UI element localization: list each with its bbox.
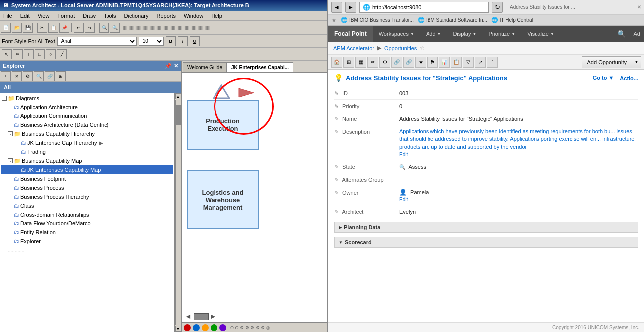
fp-tb-copy[interactable]: 📋 xyxy=(451,57,462,68)
action-link[interactable]: Actio... xyxy=(620,74,638,82)
fp-tb-flag[interactable]: ⚑ xyxy=(427,57,438,68)
tree-app-comm[interactable]: 🗂 Application Communication xyxy=(1,111,173,120)
pin-btn[interactable]: 📌 xyxy=(165,63,172,69)
bold-btn[interactable]: B xyxy=(166,36,176,46)
fp-tb-link2[interactable]: 🔗 xyxy=(403,57,414,68)
line-btn[interactable]: ╱ xyxy=(57,49,67,59)
bookmark-ibm-standard[interactable]: 🌐 IBM Standard Software In... xyxy=(418,17,487,23)
fp-tb-settings[interactable]: ⚙ xyxy=(379,57,390,68)
open-btn[interactable]: 📂 xyxy=(12,23,22,33)
paste-btn[interactable]: 📌 xyxy=(59,23,69,33)
refresh-btn[interactable]: ↻ xyxy=(492,2,503,13)
fp-ad-btn[interactable]: Ad xyxy=(634,31,640,37)
draw-btn[interactable]: ✏ xyxy=(13,49,23,59)
tab-jk-enterprises[interactable]: JK Enterprises Capabi... xyxy=(227,62,293,72)
menu-window[interactable]: Window xyxy=(182,12,205,19)
rect-btn[interactable]: □ xyxy=(35,49,45,59)
explorer-scrollbar[interactable]: ▲ ▼ xyxy=(174,93,181,332)
tree-biz-process-hier[interactable]: 🗂 Business Process Hierarchy xyxy=(1,192,173,201)
menu-file[interactable]: File xyxy=(2,12,14,19)
explorer-expand[interactable]: ⊞ xyxy=(56,71,66,81)
save-btn[interactable]: 💾 xyxy=(23,23,33,33)
font-size-select[interactable]: 10 xyxy=(139,37,164,46)
menu-draw[interactable]: Draw xyxy=(81,12,97,19)
font-family-select[interactable]: Arial xyxy=(57,37,137,46)
underline-btn[interactable]: U xyxy=(190,36,200,46)
tree-data-flow[interactable]: 🗂 Data Flow Yourdon/DeMarco xyxy=(1,219,173,228)
biz-cap-hier-expander[interactable]: - xyxy=(8,131,13,136)
explorer-link[interactable]: 🔗 xyxy=(45,71,55,81)
fp-tb-grid[interactable]: ▦ xyxy=(355,57,366,68)
biz-cap-map-expander[interactable]: - xyxy=(8,158,13,163)
diagrams-expander[interactable]: - xyxy=(2,96,7,101)
nav-visualize[interactable]: Visualize ▼ xyxy=(521,26,560,42)
url-bar[interactable]: 🌐 http://localhost:9080 xyxy=(359,2,489,13)
planning-data-section[interactable]: ▶ Planning Data xyxy=(334,222,638,233)
owner-edit-link[interactable]: Edit xyxy=(399,197,638,202)
tree-class[interactable]: 🗂 Class xyxy=(1,201,173,210)
scroll-down-btn[interactable]: ▼ xyxy=(175,326,181,332)
close-tab-btn[interactable]: ✕ xyxy=(637,4,641,10)
menu-dictionary[interactable]: Dictionary xyxy=(123,12,150,19)
bookmark-it-help[interactable]: 🌐 IT Help Central xyxy=(491,17,533,23)
scroll-up-btn[interactable]: ▲ xyxy=(175,93,181,99)
tree-cross-domain[interactable]: 🗂 Cross-domain Relationships xyxy=(1,210,173,219)
logistics-box[interactable]: Logistics andWarehouseManagement xyxy=(187,170,259,229)
tree-biz-cap-map[interactable]: - 📁 Business Capability Map xyxy=(1,156,173,165)
forward-btn[interactable]: ► xyxy=(345,2,356,13)
nav-workspaces[interactable]: Workspaces ▼ xyxy=(373,26,420,42)
breadcrumb-star-icon[interactable]: ☆ xyxy=(420,45,425,51)
zoom-out-btn[interactable]: 🔍 xyxy=(110,23,120,33)
tab-welcome-guide[interactable]: Welcome Guide xyxy=(183,62,227,72)
fp-tb-link1[interactable]: 🔗 xyxy=(391,57,402,68)
fp-tb-star[interactable]: ★ xyxy=(415,57,426,68)
tree-biz-footprint[interactable]: 🗂 Business Footprint xyxy=(1,174,173,183)
explorer-del[interactable]: ✕ xyxy=(12,71,22,81)
tree-biz-arch[interactable]: 🗂 Business Architecture (Data Centric) xyxy=(1,120,173,129)
explorer-new[interactable]: + xyxy=(1,71,11,81)
fp-search-btn[interactable]: 🔍 xyxy=(612,27,631,41)
fp-tb-export[interactable]: ↗ xyxy=(475,57,486,68)
nav-prioritize[interactable]: Prioritize ▼ xyxy=(482,26,521,42)
fp-tb-filter[interactable]: ▽ xyxy=(463,57,474,68)
nav-display[interactable]: Display ▼ xyxy=(447,26,482,42)
nav-scroll-area[interactable] xyxy=(194,313,209,320)
select-btn[interactable]: ↖ xyxy=(2,49,12,59)
production-execution-box[interactable]: ProductionExecution xyxy=(187,100,259,150)
add-opportunity-btn[interactable]: Add Opportunity xyxy=(582,56,633,68)
fp-tb-edit[interactable]: ✏ xyxy=(367,57,378,68)
breadcrumb-opportunities[interactable]: Opportunities xyxy=(384,45,417,51)
nav-left-btn[interactable]: ◄ xyxy=(185,312,192,320)
tree-app-arch[interactable]: 🗂 Application Architecture xyxy=(1,103,173,111)
tree-explorer[interactable]: 🗂 Explorer xyxy=(1,237,173,246)
tree-biz-cap-hier[interactable]: - 📁 Business Capability Hierarchy xyxy=(1,129,173,138)
zoom-in-btn[interactable]: 🔍 xyxy=(99,23,109,33)
tree-trading[interactable]: 🗂 Trading xyxy=(1,147,173,156)
cut-btn[interactable]: ✂ xyxy=(37,23,47,33)
new-btn[interactable]: 📄 xyxy=(1,23,11,33)
menu-reports[interactable]: Reports xyxy=(155,12,177,19)
text-btn[interactable]: T xyxy=(24,49,34,59)
copy-btn[interactable]: 📋 xyxy=(48,23,58,33)
tree-diagrams[interactable]: - 📁 Diagrams xyxy=(1,94,173,103)
fp-tb-chart[interactable]: 📊 xyxy=(439,57,450,68)
explorer-props[interactable]: ⚙ xyxy=(23,71,33,81)
tree-biz-process[interactable]: 🗂 Business Process xyxy=(1,183,173,192)
fp-tb-more[interactable]: ⋮ xyxy=(487,57,498,68)
bookmark-ibm-cio[interactable]: 🌐 IBM CIO Business Transfor... xyxy=(341,17,414,23)
goto-btn[interactable]: Go to ▼ xyxy=(593,75,614,81)
menu-edit[interactable]: Edit xyxy=(19,12,31,19)
tree-jk-cap-hier[interactable]: 🗂 JK Enterprise Cap Hierarchy ▶ xyxy=(1,138,173,147)
undo-btn[interactable]: ↩ xyxy=(74,23,84,33)
tree-entity-relation[interactable]: 🗂 Entity Relation xyxy=(1,228,173,237)
oval-btn[interactable]: ○ xyxy=(46,49,56,59)
description-edit-link[interactable]: Edit xyxy=(399,152,638,157)
nav-right-btn[interactable]: ► xyxy=(210,312,216,320)
breadcrumb-apm[interactable]: APM Accelerator xyxy=(333,45,374,51)
menu-tools[interactable]: Tools xyxy=(102,12,118,19)
nav-add[interactable]: Add ▼ xyxy=(420,26,447,42)
explorer-search[interactable]: 🔍 xyxy=(34,71,44,81)
back-btn[interactable]: ◄ xyxy=(331,2,342,13)
redo-btn[interactable]: ↪ xyxy=(85,23,95,33)
scroll-track[interactable] xyxy=(175,100,181,325)
